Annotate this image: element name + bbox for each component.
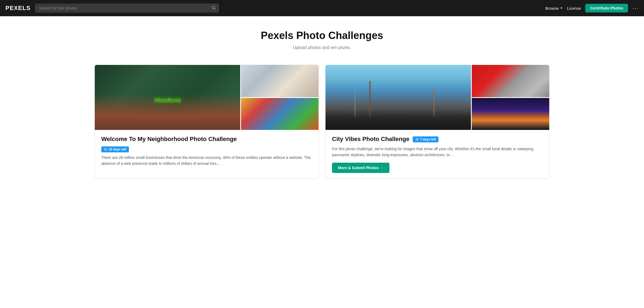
city-photo-night-skyline xyxy=(472,98,549,130)
svg-point-0 xyxy=(212,6,214,9)
search-bar xyxy=(35,4,219,13)
neighborhood-challenge-card: Welcome To My Neighborhood Photo Challen… xyxy=(95,65,319,179)
city-cta-button[interactable]: More & Submit Photos → xyxy=(332,163,389,173)
search-input[interactable] xyxy=(35,4,219,13)
challenges-grid: Welcome To My Neighborhood Photo Challen… xyxy=(78,58,566,189)
neighborhood-side-photos xyxy=(240,65,318,130)
city-days-badge: 7 days left xyxy=(413,136,439,142)
hero-section: Pexels Photo Challenges Upload photos an… xyxy=(0,16,644,58)
neighborhood-title: Welcome To My Neighborhood Photo Challen… xyxy=(101,135,312,143)
city-card-body: City Vibes Photo Challenge 7 days left F… xyxy=(326,130,549,178)
neighborhood-card-body: Welcome To My Neighborhood Photo Challen… xyxy=(95,130,318,172)
browse-menu[interactable]: Browse xyxy=(545,6,562,11)
city-title: City Vibes Photo Challenge xyxy=(332,135,409,143)
neighborhood-photo-top xyxy=(241,65,318,97)
city-photo-subway xyxy=(472,65,549,97)
neighborhood-description: There are 28 million small businesses th… xyxy=(101,155,312,167)
license-link[interactable]: License xyxy=(567,6,581,11)
neighborhood-days-badge: 16 days left xyxy=(101,146,129,152)
navbar: PEXELS Browse License Contribute Photos … xyxy=(0,0,644,16)
city-side-photos xyxy=(471,65,549,130)
logo[interactable]: PEXELS xyxy=(5,5,31,12)
city-collage xyxy=(326,65,549,130)
more-options-button[interactable]: ··· xyxy=(632,5,639,11)
page-title: Pexels Photo Challenges xyxy=(5,30,639,41)
neighborhood-main-photo xyxy=(95,65,240,130)
svg-line-1 xyxy=(214,9,216,10)
city-main-photo xyxy=(326,65,471,130)
neighborhood-photo-bottom xyxy=(241,98,318,130)
city-description: For this photo challenge, we're looking … xyxy=(332,146,543,158)
search-icon xyxy=(212,6,216,11)
city-challenge-card: City Vibes Photo Challenge 7 days left F… xyxy=(325,65,549,179)
page-subtitle: Upload photos and win prizes. xyxy=(5,45,639,50)
neighborhood-collage xyxy=(95,65,318,130)
contribute-button[interactable]: Contribute Photos xyxy=(585,4,628,12)
